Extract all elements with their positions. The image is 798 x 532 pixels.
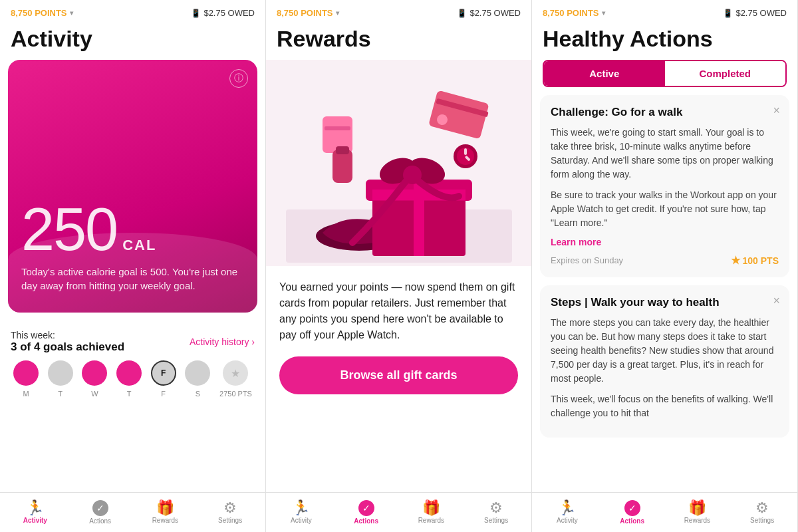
actions-check-icon: ✓ bbox=[624, 500, 640, 516]
rewards-nav-rewards[interactable]: 🎁 Rewards bbox=[399, 497, 464, 528]
actions-owed-display: 📱 $2.75 OWED bbox=[723, 8, 787, 18]
rewards-content: You earned your points — now spend them … bbox=[266, 60, 531, 492]
svg-rect-15 bbox=[336, 146, 349, 154]
completed-tab[interactable]: Completed bbox=[665, 61, 786, 86]
actions-gift-icon: 🎁 bbox=[688, 501, 706, 515]
tuesday-dot bbox=[48, 360, 73, 386]
owed-value: $2.75 OWED bbox=[203, 8, 255, 18]
svg-rect-14 bbox=[332, 150, 352, 183]
day-thursday: T bbox=[116, 360, 142, 398]
check-icon: ✓ bbox=[92, 500, 108, 516]
walk-learn-more-link[interactable]: Learn more bbox=[551, 237, 779, 247]
walk-close-button[interactable]: × bbox=[773, 104, 780, 116]
rewards-title: Rewards bbox=[266, 23, 531, 60]
goals-achieved: 3 of 4 goals achieved bbox=[11, 340, 124, 354]
healthy-content: Active Completed × Challenge: Go for a w… bbox=[532, 60, 797, 492]
steps-card-text2: This week, we'll focus on the benefits o… bbox=[551, 392, 779, 420]
chevron-down-icon[interactable]: ▾ bbox=[70, 9, 73, 17]
sunday-dot: ★ bbox=[223, 360, 248, 386]
rewards-owed-value: $2.75 OWED bbox=[469, 8, 521, 18]
rewards-points-value: 8,750 POINTS bbox=[277, 8, 333, 18]
actions-points-display[interactable]: 8,750 POINTS ▾ bbox=[543, 8, 605, 18]
points-display[interactable]: 8,750 POINTS ▾ bbox=[11, 8, 73, 18]
active-completed-tabs: Active Completed bbox=[543, 60, 787, 87]
runner-icon: 🏃 bbox=[26, 501, 44, 515]
info-button[interactable]: ⓘ bbox=[229, 69, 248, 88]
rewards-gear-icon: ⚙ bbox=[489, 501, 503, 515]
activity-content: ⓘ 250 CAL Today's active calorie goal is… bbox=[0, 60, 265, 492]
nav-activity-label: Activity bbox=[23, 517, 47, 524]
walk-card-footer: Expires on Sunday ★ 100 PTS bbox=[551, 254, 779, 267]
nav-actions-label: Actions bbox=[89, 517, 111, 525]
points-value: 8,750 POINTS bbox=[11, 8, 67, 18]
friday-dot: F bbox=[151, 360, 176, 386]
rewards-nav-actions[interactable]: ✓ Actions bbox=[334, 496, 399, 529]
saturday-label: S bbox=[196, 390, 200, 398]
calorie-display: 250 CAL bbox=[21, 200, 244, 259]
actions-phone-icon: 📱 bbox=[723, 9, 733, 18]
rewards-nav-settings-label: Settings bbox=[484, 517, 508, 524]
monday-dot bbox=[13, 360, 39, 386]
activity-history-link[interactable]: Activity history › bbox=[190, 336, 255, 347]
week-section: This week: 3 of 4 goals achieved Activit… bbox=[0, 321, 265, 398]
day-friday: F F bbox=[151, 360, 176, 398]
nav-activity[interactable]: 🏃 Activity bbox=[3, 497, 68, 528]
rewards-check-icon: ✓ bbox=[358, 500, 374, 516]
saturday-dot bbox=[185, 360, 210, 386]
gift-svg bbox=[286, 63, 512, 263]
wednesday-label: W bbox=[91, 390, 98, 398]
calorie-card: ⓘ 250 CAL Today's active calorie goal is… bbox=[8, 60, 257, 313]
walk-expires: Expires on Sunday bbox=[551, 255, 623, 265]
thursday-label: T bbox=[127, 390, 132, 398]
rewards-text-area: You earned your points — now spend them … bbox=[266, 266, 531, 492]
walk-card-text1: This week, we're going to start small. Y… bbox=[551, 126, 779, 182]
browse-gift-cards-button[interactable]: Browse all gift cards bbox=[279, 356, 518, 394]
day-wednesday: W bbox=[82, 360, 107, 398]
activity-panel: 8,750 POINTS ▾ 📱 $2.75 OWED Activity ⓘ 2… bbox=[0, 0, 266, 532]
rewards-nav-rewards-label: Rewards bbox=[418, 517, 444, 524]
activity-title: Activity bbox=[0, 23, 265, 60]
rewards-panel: 8,750 POINTS ▾ 📱 $2.75 OWED Rewards bbox=[266, 0, 532, 532]
day-saturday: S bbox=[185, 360, 210, 398]
active-tab[interactable]: Active bbox=[544, 61, 665, 86]
nav-actions[interactable]: ✓ Actions bbox=[68, 496, 133, 529]
rewards-nav-activity[interactable]: 🏃 Activity bbox=[269, 497, 334, 528]
actions-owed-value: $2.75 OWED bbox=[735, 8, 787, 18]
svg-rect-18 bbox=[464, 148, 467, 155]
thursday-dot bbox=[116, 360, 142, 386]
rewards-points-display[interactable]: 8,750 POINTS ▾ bbox=[277, 8, 339, 18]
day-tuesday: T bbox=[48, 360, 73, 398]
actions-nav-settings[interactable]: ⚙ Settings bbox=[730, 497, 795, 528]
gear-icon: ⚙ bbox=[223, 501, 237, 515]
walk-card-title: Challenge: Go for a walk bbox=[551, 106, 779, 119]
rewards-nav-settings[interactable]: ⚙ Settings bbox=[464, 497, 529, 528]
actions-chevron-icon[interactable]: ▾ bbox=[602, 9, 605, 17]
rewards-nav-activity-label: Activity bbox=[291, 517, 312, 524]
actions-nav-actions[interactable]: ✓ Actions bbox=[600, 496, 665, 529]
nav-settings-label: Settings bbox=[218, 517, 242, 524]
actions-nav-activity-label: Activity bbox=[557, 517, 578, 524]
activity-header: 8,750 POINTS ▾ 📱 $2.75 OWED bbox=[0, 0, 265, 23]
rewards-chevron-icon[interactable]: ▾ bbox=[336, 9, 339, 17]
actions-nav-rewards[interactable]: 🎁 Rewards bbox=[665, 497, 730, 528]
tuesday-label: T bbox=[58, 390, 63, 398]
svg-rect-13 bbox=[325, 126, 350, 130]
actions-nav-activity[interactable]: 🏃 Activity bbox=[535, 497, 600, 528]
rewards-nav-actions-label: Actions bbox=[354, 517, 378, 525]
walk-pts-value: 100 PTS bbox=[743, 255, 779, 266]
healthy-actions-title: Healthy Actions bbox=[532, 23, 797, 60]
steps-card: × Steps | Walk your way to health The mo… bbox=[540, 285, 789, 438]
rewards-header: 8,750 POINTS ▾ 📱 $2.75 OWED bbox=[266, 0, 531, 23]
nav-rewards[interactable]: 🎁 Rewards bbox=[133, 497, 198, 528]
steps-close-button[interactable]: × bbox=[773, 295, 780, 307]
monday-label: M bbox=[23, 390, 29, 398]
rewards-gift-icon: 🎁 bbox=[422, 501, 440, 515]
actions-gear-icon: ⚙ bbox=[755, 501, 769, 515]
actions-nav-settings-label: Settings bbox=[750, 517, 774, 524]
activity-bottom-nav: 🏃 Activity ✓ Actions 🎁 Rewards ⚙ Setting… bbox=[0, 492, 265, 532]
owed-display: 📱 $2.75 OWED bbox=[191, 8, 255, 18]
nav-settings[interactable]: ⚙ Settings bbox=[198, 497, 263, 528]
nav-rewards-label: Rewards bbox=[152, 517, 178, 524]
rewards-phone-icon: 📱 bbox=[457, 9, 467, 18]
svg-rect-5 bbox=[414, 180, 424, 256]
